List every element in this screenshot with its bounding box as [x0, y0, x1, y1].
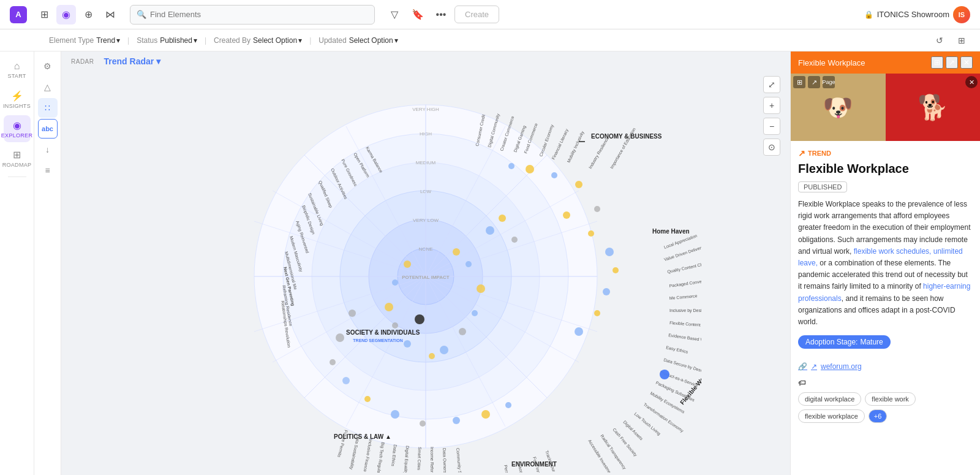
- create-button[interactable]: Create: [454, 6, 499, 23]
- highlight-text-2: higher-earning professionals: [798, 282, 970, 302]
- svg-point-123: [392, 279, 398, 286]
- svg-point-94: [575, 181, 582, 188]
- svg-point-124: [404, 260, 411, 268]
- svg-point-96: [526, 165, 534, 173]
- radar-title[interactable]: Trend Radar ▾: [104, 56, 161, 66]
- sidebar-divider: [8, 177, 26, 177]
- user-name: ITONICS Showroom: [877, 10, 949, 19]
- grid-icon[interactable]: ⊞: [34, 5, 54, 25]
- sidebar: ⌂ START ⚡ INSIGHTS ◉ EXPLORER ⊞ ROADMAP: [0, 51, 34, 475]
- svg-point-101: [486, 226, 494, 235]
- sidebar-label-insights: INSIGHTS: [3, 103, 31, 109]
- focus-button[interactable]: ⊙: [763, 139, 780, 156]
- radar-svg: .seg-label { font-size: 10px; font-weigh…: [150, 74, 701, 473]
- trend-type-label: ↗ TREND: [798, 148, 973, 158]
- panel-link[interactable]: 🔗 ↗ weforum.org: [798, 362, 973, 371]
- created-by-value: Select Option ▾: [253, 36, 302, 45]
- tag-flexible-workplace[interactable]: flexible workplace: [798, 409, 865, 423]
- panel-tb-link-icon[interactable]: ↗: [808, 76, 820, 88]
- bookmark-icon[interactable]: 🔖: [408, 5, 428, 25]
- undo-button[interactable]: ↺: [931, 32, 948, 49]
- svg-text:Inclusive by Design: Inclusive by Design: [669, 308, 701, 313]
- svg-point-111: [505, 402, 511, 408]
- status-value: Published ▾: [160, 36, 197, 45]
- adoption-badge[interactable]: Adoption Stage: Mature: [798, 335, 891, 349]
- panel-tb-grid-icon[interactable]: ⊞: [793, 76, 805, 88]
- svg-point-98: [660, 370, 669, 379]
- svg-point-103: [336, 333, 344, 342]
- filter-icon[interactable]: ▽: [385, 5, 404, 25]
- tag-flexible-work[interactable]: flexible work: [865, 392, 916, 406]
- fullscreen-button[interactable]: ⤢: [763, 76, 780, 93]
- svg-text:Home Haven: Home Haven: [652, 228, 690, 235]
- panel-expand-icon[interactable]: ↗: [946, 56, 958, 69]
- layers-icon[interactable]: ⊕: [78, 5, 98, 25]
- shape-tool[interactable]: △: [38, 77, 58, 97]
- panel-title: Flexible Workplace: [798, 162, 973, 176]
- status-label: Status: [137, 36, 157, 45]
- panel-image-close[interactable]: ✕: [965, 76, 978, 88]
- download-tool[interactable]: ↓: [38, 140, 58, 159]
- external-link-icon: ↗: [811, 362, 817, 371]
- search-bar: 🔍: [130, 5, 375, 25]
- element-type-filter[interactable]: Element Type Trend ▾: [49, 36, 120, 45]
- svg-text:Circular Economy: Circular Economy: [538, 123, 555, 157]
- svg-text:Evidence Based Value: Evidence Based Value: [668, 333, 701, 343]
- svg-text:Data Ethics: Data Ethics: [391, 444, 398, 466]
- svg-point-114: [466, 261, 472, 267]
- element-type-label: Element Type: [49, 36, 94, 45]
- svg-point-118: [440, 346, 448, 354]
- svg-point-92: [575, 327, 583, 336]
- explorer-icon: ◉: [13, 120, 21, 131]
- right-panel: Flexible Workplace ⊞ ↗ ✕ ⊞ ↗ Page 🐶 🐕 ✕: [790, 51, 980, 475]
- svg-text:Income Reform: Income Reform: [430, 447, 434, 473]
- list-tool[interactable]: ≡: [38, 161, 58, 180]
- settings-tool[interactable]: ⚙: [38, 56, 58, 76]
- sidebar-item-insights[interactable]: ⚡ INSIGHTS: [4, 86, 31, 113]
- chevron-down-icon-3: ▾: [298, 36, 302, 45]
- updated-filter[interactable]: Updated Select Option ▾: [318, 36, 398, 45]
- sidebar-item-explorer[interactable]: ◉ EXPLORER: [4, 115, 31, 142]
- more-icon[interactable]: •••: [431, 5, 451, 25]
- panel-grid-icon[interactable]: ⊞: [931, 56, 943, 69]
- app-logo: A: [10, 6, 27, 23]
- svg-point-110: [481, 410, 490, 419]
- share-icon[interactable]: ⋈: [100, 5, 120, 25]
- sidebar-item-start[interactable]: ⌂ START: [4, 56, 31, 83]
- panel-tb-text-icon[interactable]: Page: [823, 76, 835, 88]
- sidebar-label-start: START: [7, 73, 26, 79]
- user-info: 🔒 ITONICS Showroom IS: [864, 6, 970, 23]
- zoom-in-button[interactable]: +: [763, 97, 780, 114]
- svg-text:Digital Equality: Digital Equality: [403, 445, 410, 472]
- svg-text:Packaged Convenience: Packaged Convenience: [669, 277, 701, 288]
- created-by-filter[interactable]: Created By Select Option ▾: [214, 36, 302, 45]
- panel-tags: digital workplace flexible work flexible…: [798, 392, 973, 423]
- svg-point-109: [453, 417, 460, 424]
- text-tool[interactable]: abc: [38, 119, 58, 139]
- chevron-down-icon: ▾: [116, 36, 120, 45]
- search-input[interactable]: [150, 10, 368, 19]
- created-by-label: Created By: [214, 36, 251, 45]
- settings-button[interactable]: ⊞: [953, 32, 970, 49]
- tag-more[interactable]: +6: [869, 409, 888, 423]
- panel-description: Flexible Workplace speaks to the prevale…: [798, 199, 973, 328]
- tag-digital-workplace[interactable]: digital workplace: [798, 392, 861, 406]
- sidebar-label-explorer: EXPLORER: [1, 132, 32, 139]
- svg-text:Quality Content Channels: Quality Content Channels: [667, 259, 701, 275]
- radar-area: RADAR Trend Radar ▾ .seg-label { font-si…: [61, 51, 790, 475]
- status-filter[interactable]: Status Published ▾: [137, 36, 197, 45]
- svg-text:Big Tech Regulation: Big Tech Regulation: [375, 441, 385, 472]
- panel-header-title: Flexible Workplace: [798, 58, 931, 67]
- dot-tool[interactable]: ∷: [38, 98, 58, 118]
- home-icon: ⌂: [14, 61, 20, 72]
- svg-text:Industry Resilience: Industry Resilience: [588, 135, 611, 169]
- chevron-down-icon-2: ▾: [194, 36, 197, 45]
- panel-close-icon[interactable]: ✕: [960, 56, 973, 69]
- svg-point-87: [588, 230, 594, 237]
- radar-icon[interactable]: ◉: [56, 5, 76, 25]
- zoom-out-button[interactable]: −: [763, 118, 780, 135]
- svg-point-113: [453, 248, 460, 256]
- tool-panel: ⚙ △ ∷ abc ↓ ≡: [34, 51, 61, 475]
- sidebar-item-roadmap[interactable]: ⊞ ROADMAP: [4, 145, 31, 172]
- filter-bar-right: ↺ ⊞: [931, 32, 970, 49]
